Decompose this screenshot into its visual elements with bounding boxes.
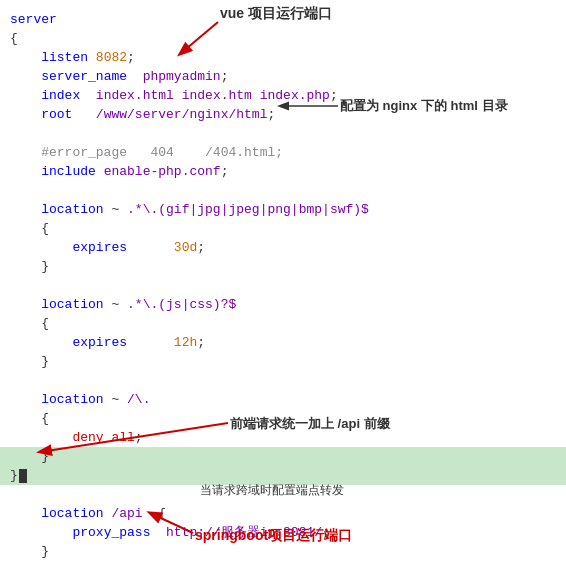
code-line: location /api { [0, 504, 566, 523]
code-line: location ~ .*\.(js|css)?$ [0, 295, 566, 314]
code-line: location ~ .*\.(gif|jpg|jpeg|png|bmp|swf… [0, 200, 566, 219]
code-line: location ~ /\. [0, 390, 566, 409]
code-line: server_name phpmyadmin; [0, 67, 566, 86]
code-line: { [0, 314, 566, 333]
code-line: } [0, 257, 566, 276]
code-line [0, 561, 566, 574]
code-line: listen 8082; [0, 48, 566, 67]
code-line: #error_page 404 /404.html; [0, 143, 566, 162]
code-line: index index.html index.htm index.php; [0, 86, 566, 105]
code-line [0, 485, 566, 504]
code-line: server [0, 10, 566, 29]
code-line [0, 276, 566, 295]
code-line: deny all; [0, 428, 566, 447]
code-line: expires 30d; [0, 238, 566, 257]
code-line: proxy_pass http://服务器ip:8081/; [0, 523, 566, 542]
code-container: server { listen 8082; server_name phpmya… [0, 0, 566, 574]
code-line [0, 371, 566, 390]
code-line [0, 181, 566, 200]
code-line: root /www/server/nginx/html; [0, 105, 566, 124]
code-line: { [0, 409, 566, 428]
code-line [0, 124, 566, 143]
code-line: { [0, 29, 566, 48]
code-line-highlighted: } [0, 466, 566, 485]
code-line: } [0, 352, 566, 371]
code-line: } [0, 542, 566, 561]
code-line: { [0, 219, 566, 238]
code-line: include enable-php.conf; [0, 162, 566, 181]
code-line: expires 12h; [0, 333, 566, 352]
code-line-highlighted: } [0, 447, 566, 466]
